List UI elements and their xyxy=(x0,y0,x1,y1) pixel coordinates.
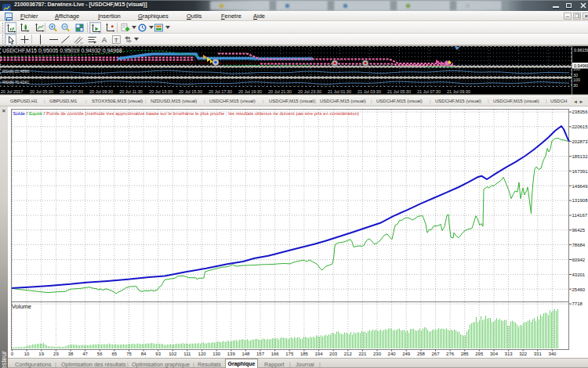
svg-text:75: 75 xyxy=(126,352,132,356)
svg-text:304: 304 xyxy=(490,352,499,356)
svg-text:20 Jul 07:30: 20 Jul 07:30 xyxy=(60,89,83,94)
svg-text:100: 100 xyxy=(573,67,580,71)
svg-text:USDCHF,M15 0.95005 0.95019 0.: USDCHF,M15 0.95005 0.95019 0.94932 0.949… xyxy=(2,48,122,53)
svg-text:331: 331 xyxy=(534,352,543,356)
svg-text:100: 100 xyxy=(573,78,580,82)
svg-text:20 Jul 05:30: 20 Jul 05:30 xyxy=(30,89,53,94)
svg-text:202873: 202873 xyxy=(572,139,588,144)
svg-text:185132: 185132 xyxy=(572,154,588,159)
svg-text:60942: 60942 xyxy=(572,258,586,262)
svg-text:131908: 131908 xyxy=(572,198,588,203)
svg-text:30: 30 xyxy=(573,83,578,88)
svg-text:340: 340 xyxy=(548,352,557,356)
svg-text:20 Jul 17:30: 20 Jul 17:30 xyxy=(209,89,232,94)
svg-text:RSI(8) 21.4896: RSI(8) 21.4896 xyxy=(2,69,29,74)
svg-text:212: 212 xyxy=(344,352,353,356)
svg-text:249: 249 xyxy=(402,352,411,356)
svg-text:21 Jul 07:30: 21 Jul 07:30 xyxy=(417,89,441,94)
svg-text:20 Jul 23:30: 20 Jul 23:30 xyxy=(298,89,321,94)
svg-text:93: 93 xyxy=(155,352,161,356)
svg-text:322: 322 xyxy=(519,352,528,356)
svg-text:230: 230 xyxy=(373,352,382,356)
svg-text:258: 258 xyxy=(417,352,426,356)
svg-text:20 Jul 09:30: 20 Jul 09:30 xyxy=(89,89,113,94)
svg-text:T: T xyxy=(114,36,118,43)
svg-text:313: 313 xyxy=(505,352,514,356)
svg-text:20 Jul 15:30: 20 Jul 15:30 xyxy=(179,89,202,94)
svg-text:102: 102 xyxy=(169,352,177,356)
svg-text:20 Jul 21:30: 20 Jul 21:30 xyxy=(268,89,292,94)
svg-text:175: 175 xyxy=(285,352,294,356)
svg-text:7718: 7718 xyxy=(572,301,583,306)
svg-text:267: 267 xyxy=(431,352,440,356)
svg-text:47: 47 xyxy=(82,352,88,356)
svg-text:20 Jul 2017: 20 Jul 2017 xyxy=(1,89,23,94)
svg-text:149649: 149649 xyxy=(572,184,588,189)
svg-text:20 Jul 19:30: 20 Jul 19:30 xyxy=(238,89,262,94)
svg-text:238356: 238356 xyxy=(572,110,588,114)
svg-text:78684: 78684 xyxy=(572,243,586,247)
svg-text:114167: 114167 xyxy=(572,213,588,218)
svg-text:19: 19 xyxy=(38,352,44,356)
svg-text:21 Jul 01:30: 21 Jul 01:30 xyxy=(328,89,351,94)
svg-text:0.96158: 0.96158 xyxy=(574,48,588,52)
svg-text:96425: 96425 xyxy=(572,228,586,233)
svg-text:21 Jul 09:30: 21 Jul 09:30 xyxy=(447,89,470,94)
svg-text:10: 10 xyxy=(24,352,30,356)
svg-text:30: 30 xyxy=(573,73,578,78)
svg-text:21 Jul 03:30: 21 Jul 03:30 xyxy=(358,89,381,94)
svg-text:194: 194 xyxy=(314,352,323,356)
svg-text:20 Jul 13:30: 20 Jul 13:30 xyxy=(149,89,172,94)
svg-text:Volume: Volume xyxy=(12,303,31,310)
svg-text:29: 29 xyxy=(53,352,59,356)
svg-text:56: 56 xyxy=(97,352,103,356)
svg-text:221: 221 xyxy=(358,352,367,356)
svg-text:65: 65 xyxy=(111,352,117,356)
svg-text:148: 148 xyxy=(241,352,250,356)
svg-text:276: 276 xyxy=(446,352,455,356)
svg-text:43201: 43201 xyxy=(572,272,586,277)
svg-text:120: 120 xyxy=(198,352,207,356)
svg-text:21 Jul 05:30: 21 Jul 05:30 xyxy=(387,89,411,94)
svg-text:185: 185 xyxy=(300,352,309,356)
svg-text:285: 285 xyxy=(461,352,470,356)
svg-text:139: 139 xyxy=(227,352,236,356)
svg-text:167391: 167391 xyxy=(572,169,588,174)
svg-text:20 Jul 11:30: 20 Jul 11:30 xyxy=(119,89,143,94)
svg-text:RSI(8) 70.4241: RSI(8) 70.4241 xyxy=(2,80,29,85)
svg-text:130: 130 xyxy=(212,352,221,356)
svg-text:25460: 25460 xyxy=(572,287,586,292)
svg-text:Solde / Equité / Points de con: Solde / Equité / Points de contrôle (mét… xyxy=(13,111,360,116)
svg-text:203: 203 xyxy=(329,352,338,356)
svg-text:166: 166 xyxy=(271,352,280,356)
svg-text:220615: 220615 xyxy=(572,124,588,129)
svg-text:157: 157 xyxy=(256,352,265,356)
svg-text:111: 111 xyxy=(183,352,191,356)
svg-text:38: 38 xyxy=(68,352,74,356)
svg-text:240: 240 xyxy=(388,352,397,356)
svg-text:295: 295 xyxy=(475,352,484,356)
svg-text:84: 84 xyxy=(141,352,147,356)
svg-text:A: A xyxy=(102,36,107,44)
